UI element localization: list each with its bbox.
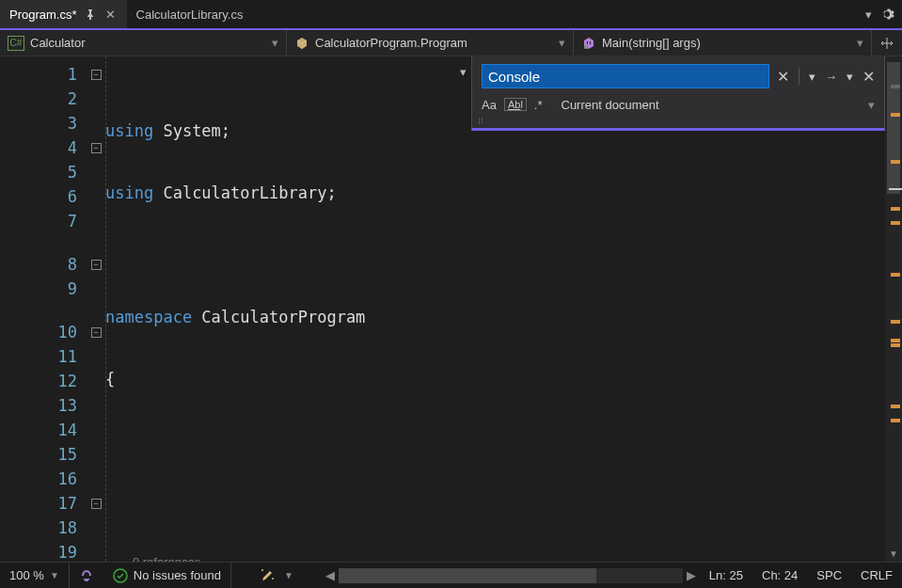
fold-toggle[interactable]: − bbox=[91, 327, 102, 338]
csharp-icon: C# bbox=[8, 36, 24, 51]
find-match-case[interactable]: Aa bbox=[482, 98, 497, 112]
zoom-level[interactable]: 100 % ▼ bbox=[0, 563, 70, 588]
code-area[interactable]: using System; using CalculatorLibrary; n… bbox=[105, 56, 885, 562]
fold-toggle[interactable]: − bbox=[91, 70, 102, 80]
scrollbar-thumb[interactable] bbox=[339, 568, 596, 583]
find-panel: ▾ ✕ ▾ → ▾ ✕ Aa Abl .* Current document ▾… bbox=[471, 56, 885, 131]
line-number: 8 bbox=[0, 252, 77, 277]
line-number: 19 bbox=[0, 540, 77, 562]
nav-method-text: Main(string[] args) bbox=[602, 36, 701, 50]
line-number: 14 bbox=[0, 418, 77, 442]
find-panel-close-icon[interactable]: ✕ bbox=[862, 68, 875, 86]
line-number: 15 bbox=[0, 442, 77, 467]
close-icon[interactable]: ✕ bbox=[103, 8, 118, 22]
nav-class-text: CalculatorProgram.Program bbox=[315, 36, 467, 50]
class-icon bbox=[294, 36, 309, 51]
find-match-word[interactable]: Abl bbox=[504, 98, 527, 111]
find-expand-toggle[interactable]: ▾ bbox=[455, 62, 470, 81]
line-number: 11 bbox=[0, 344, 77, 369]
split-editor-icon[interactable] bbox=[872, 30, 902, 56]
fold-toggle[interactable]: − bbox=[91, 143, 102, 153]
vertical-scrollbar[interactable]: ▲ ▼ bbox=[885, 56, 902, 562]
line-number: 17 bbox=[0, 491, 77, 516]
tabs-bar: Program.cs* ✕ CalculatorLibrary.cs ▾ bbox=[0, 0, 902, 30]
pin-icon[interactable] bbox=[85, 8, 96, 20]
chevron-down-icon: ▾ bbox=[559, 36, 565, 50]
cleanup-icon[interactable]: ▼ bbox=[231, 563, 322, 588]
cursor-line[interactable]: Ln: 25 bbox=[700, 563, 752, 588]
tab-dropdown-icon[interactable]: ▾ bbox=[865, 8, 872, 22]
gear-icon[interactable] bbox=[879, 7, 894, 22]
svg-point-3 bbox=[261, 569, 263, 571]
line-number: 9 bbox=[0, 277, 77, 301]
fold-column: − − − − − bbox=[87, 56, 105, 562]
find-regex[interactable]: .* bbox=[534, 98, 543, 112]
nav-method-dropdown[interactable]: Main(string[] args) ▾ bbox=[574, 30, 872, 56]
codelens-references[interactable]: 0 references bbox=[133, 555, 200, 562]
find-scope-dropdown[interactable]: Current document bbox=[562, 98, 862, 112]
find-close-icon[interactable]: ✕ bbox=[777, 68, 789, 86]
check-icon bbox=[113, 568, 128, 583]
scrollbar-thumb[interactable] bbox=[887, 62, 900, 194]
status-bar: 100 % ▼ No issues found ▼ ◀ ▶ Ln: 25 Ch:… bbox=[0, 562, 902, 588]
line-endings[interactable]: CRLF bbox=[851, 563, 902, 588]
nav-project-dropdown[interactable]: C# Calculator ▾ bbox=[0, 30, 287, 56]
chevron-down-icon: ▾ bbox=[857, 36, 863, 50]
line-number: 2 bbox=[0, 87, 77, 111]
issues-status[interactable]: No issues found bbox=[103, 563, 231, 588]
line-number: 4 bbox=[0, 135, 77, 160]
fold-toggle[interactable]: − bbox=[91, 499, 102, 509]
line-number-gutter: 1 2 3 4 5 6 7 8 9 10 11 12 13 14 15 16 1… bbox=[0, 56, 87, 562]
find-resize-grip-icon[interactable]: ⁞⁞ bbox=[478, 117, 483, 126]
indent-mode[interactable]: SPC bbox=[807, 563, 851, 588]
chevron-down-icon[interactable]: ▾ bbox=[868, 98, 875, 112]
scroll-down-icon[interactable]: ▼ bbox=[885, 545, 902, 562]
line-number: 16 bbox=[0, 467, 77, 491]
find-dropdown-icon[interactable]: ▾ bbox=[809, 70, 815, 84]
line-number: 12 bbox=[0, 369, 77, 393]
line-number: 10 bbox=[0, 320, 77, 344]
method-icon bbox=[581, 36, 596, 51]
line-number: 5 bbox=[0, 160, 77, 184]
horizontal-scrollbar[interactable]: ◀ ▶ bbox=[322, 563, 700, 588]
line-number: 6 bbox=[0, 184, 77, 209]
editor-area: 1 2 3 4 5 6 7 8 9 10 11 12 13 14 15 16 1… bbox=[0, 56, 902, 562]
tab-label: CalculatorLibrary.cs bbox=[136, 8, 244, 22]
line-number: 3 bbox=[0, 111, 77, 135]
line-number: 13 bbox=[0, 393, 77, 418]
chevron-down-icon: ▾ bbox=[272, 36, 278, 50]
find-next-icon[interactable]: → bbox=[825, 70, 837, 84]
line-number: 1 bbox=[0, 62, 77, 87]
find-input[interactable] bbox=[482, 64, 769, 88]
navigation-bar: C# Calculator ▾ CalculatorProgram.Progra… bbox=[0, 30, 902, 56]
fold-toggle[interactable]: − bbox=[91, 260, 102, 270]
svg-point-4 bbox=[272, 578, 274, 580]
tab-calculatorlibrary-cs[interactable]: CalculatorLibrary.cs bbox=[127, 0, 253, 28]
intellicode-icon[interactable] bbox=[70, 563, 103, 588]
line-number: 7 bbox=[0, 209, 77, 233]
tab-program-cs[interactable]: Program.cs* ✕ bbox=[0, 0, 127, 28]
find-more-icon[interactable]: ▾ bbox=[847, 70, 853, 84]
nav-project-text: Calculator bbox=[30, 36, 86, 50]
cursor-col[interactable]: Ch: 24 bbox=[752, 563, 807, 588]
tab-label: Program.cs* bbox=[9, 8, 77, 22]
line-number: 18 bbox=[0, 516, 77, 540]
nav-class-dropdown[interactable]: CalculatorProgram.Program ▾ bbox=[287, 30, 574, 56]
